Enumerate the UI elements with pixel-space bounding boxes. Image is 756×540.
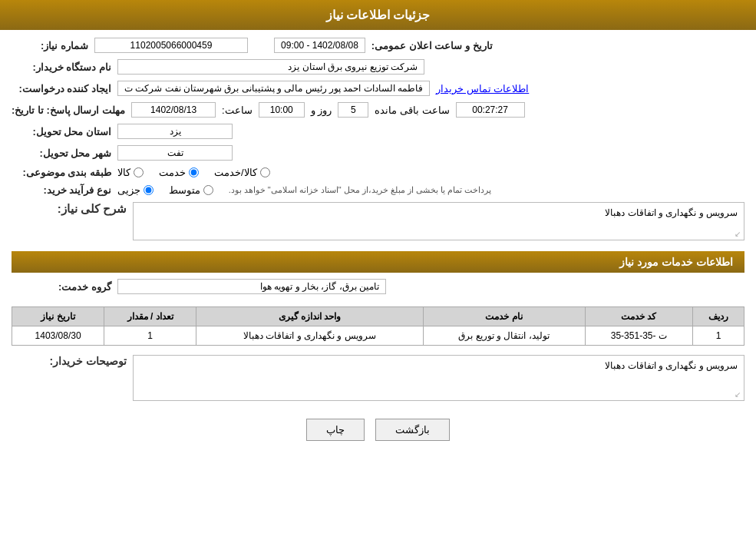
row-description: سرویس و نگهداری و اتفاقات دهبالا ↙ توصیح… <box>12 355 744 401</box>
cell-tarikh: 1403/08/30 <box>12 326 104 346</box>
ostan-label: استان محل تحویل: <box>12 126 111 137</box>
page-header: جزئیات اطلاعات نیاز <box>0 0 756 30</box>
back-button[interactable]: بازگشت <box>375 419 450 441</box>
services-table-header-row: ردیف کد خدمت نام خدمت واحد اندازه گیری ت… <box>12 307 744 326</box>
ijad-konande-value: فاطمه السادات احمد پور رئیس مالی و پشتیب… <box>117 81 430 96</box>
button-area: بازگشت چاپ <box>12 419 744 441</box>
shahr-value: تفت <box>117 145 233 161</box>
tarikh-elan-label: تاریخ و ساعت اعلان عمومی: <box>371 40 493 51</box>
mohlat-saat-label: ساعت: <box>222 104 253 116</box>
row-ostan: یزد استان محل تحویل: <box>12 124 744 139</box>
radio-kala-khadamat-label: کالا/خدمت <box>214 167 257 178</box>
ijad-konande-link[interactable]: اطلاعات تماس خریدار <box>436 83 529 94</box>
tabaqe-radio-group: کالا/خدمت خدمت کالا <box>117 167 270 178</box>
cell-vahed: سرویس و نگهداری و اتفاقات دهبالا <box>196 326 424 346</box>
radio-jozii-label: جزیی <box>117 184 140 196</box>
mohlat-baqi-value: 00:27:27 <box>456 102 525 118</box>
col-radif: ردیف <box>693 307 744 326</box>
sharh-koli-label: شرح کلی نیاز: <box>12 202 127 216</box>
col-tarikh: تاریخ نیاز <box>12 307 104 326</box>
cell-nam: تولید، انتقال و توریع برق <box>423 326 585 346</box>
khadamat-info-header: اطلاعات خدمات مورد نیاز <box>12 251 744 273</box>
tarikh-elan-value: 1402/08/08 - 09:00 <box>274 38 365 53</box>
radio-kala-khadamat-input[interactable] <box>260 167 270 177</box>
grohe-khadamat-label: گروه خدمت: <box>12 281 111 293</box>
row-mohlat: 00:27:27 ساعت باقی مانده 5 روز و 10:00 س… <box>12 102 744 118</box>
ostan-value: یزد <box>117 124 233 139</box>
radio-kala-input[interactable] <box>134 167 144 177</box>
page-wrapper: جزئیات اطلاعات نیاز تاریخ و ساعت اعلان ع… <box>0 0 756 540</box>
table-row: 1 ت -35-351-35 تولید، انتقال و توریع برق… <box>12 326 744 346</box>
radio-khadamat-label: خدمت <box>159 167 186 178</box>
col-kod: کد خدمت <box>585 307 692 326</box>
cell-kod: ت -35-351-35 <box>585 326 692 346</box>
services-table-body: 1 ت -35-351-35 تولید، انتقال و توریع برق… <box>12 326 744 346</box>
radio-motovaset-input[interactable] <box>203 185 213 195</box>
print-button[interactable]: چاپ <box>306 419 365 441</box>
shomara-niaz-value: 1102005066000459 <box>94 38 248 53</box>
radio-motovaset: متوسط <box>169 184 213 196</box>
sharh-koli-value: سرویس و نگهداری و اتفاقات دهبالا <box>605 207 738 218</box>
services-table-head: ردیف کد خدمت نام خدمت واحد اندازه گیری ت… <box>12 307 744 326</box>
mohlat-rooz-label: روز و <box>311 104 332 116</box>
shomara-niaz-label: شماره نیاز: <box>12 40 88 51</box>
col-nam: نام خدمت <box>423 307 585 326</box>
nam-dastgah-label: نام دستگاه خریدار: <box>12 61 111 73</box>
description-value: سرویس و نگهداری و اتفاقات دهبالا <box>605 360 738 371</box>
radio-khadamat-input[interactable] <box>189 167 199 177</box>
col-tedad: تعداد / مقدار <box>104 307 196 326</box>
services-table: ردیف کد خدمت نام خدمت واحد اندازه گیری ت… <box>12 306 744 346</box>
grohe-khadamat-value: تامین برق، گاز، بخار و تهویه هوا <box>117 279 386 294</box>
radio-motovaset-label: متوسط <box>169 184 200 196</box>
cell-radif: 1 <box>693 326 744 346</box>
row-ijad-konande: اطلاعات تماس خریدار فاطمه السادات احمد پ… <box>12 81 744 96</box>
nam-dastgah-value: شرکت توزیع نیروی برق استان یزد <box>117 59 424 75</box>
noe-desc: پرداخت تمام یا بخشی از مبلغ خرید،از محل … <box>229 185 492 195</box>
row-nam-dastgah: شرکت توزیع نیروی برق استان یزد نام دستگا… <box>12 59 744 75</box>
khadamat-info-label: اطلاعات خدمات مورد نیاز <box>619 256 733 268</box>
cell-tedad: 1 <box>104 326 196 346</box>
noe-farayand-label: نوع فرآیند خرید: <box>12 184 111 196</box>
mohlat-date: 1402/08/13 <box>131 102 216 118</box>
tabaqe-label: طبقه بندی موضوعی: <box>12 167 111 178</box>
mohlat-saat-value: 10:00 <box>259 102 305 118</box>
radio-jozii: جزیی <box>117 184 154 196</box>
radio-khadamat: خدمت <box>159 167 199 178</box>
ijad-konande-label: ایجاد کننده درخواست: <box>12 83 111 94</box>
row-shomara-tarikh: تاریخ و ساعت اعلان عمومی: 1402/08/08 - 0… <box>12 38 744 53</box>
mohlat-ersal-label: مهلت ارسال پاسخ: تا تاریخ: <box>12 104 125 116</box>
col-vahed: واحد اندازه گیری <box>196 307 424 326</box>
radio-jozii-input[interactable] <box>144 185 154 195</box>
row-shahr: تفت شهر محل تحویل: <box>12 145 744 161</box>
main-layout: تاریخ و ساعت اعلان عمومی: 1402/08/08 - 0… <box>0 30 756 460</box>
row-tabaqe: کالا/خدمت خدمت کالا طبقه بندی موضوعی: <box>12 167 744 178</box>
radio-kala-khadamat: کالا/خدمت <box>214 167 270 178</box>
row-sharh-koli: سرویس و نگهداری و اتفاقات دهبالا ↙ شرح ک… <box>12 202 744 240</box>
radio-kala-label: کالا <box>117 167 130 178</box>
radio-kala: کالا <box>117 167 144 178</box>
row-noe-farayand: پرداخت تمام یا بخشی از مبلغ خرید،از محل … <box>12 184 744 196</box>
description-label: توصیحات خریدار: <box>12 355 127 367</box>
mohlat-baqi-label: ساعت باقی مانده <box>375 104 449 116</box>
row-grohe-khadamat: تامین برق، گاز، بخار و تهویه هوا گروه خد… <box>12 279 744 294</box>
mohlat-rooz-value: 5 <box>338 102 368 118</box>
noe-radio-group: متوسط جزیی <box>117 184 213 196</box>
page-title: جزئیات اطلاعات نیاز <box>326 8 431 22</box>
shahr-label: شهر محل تحویل: <box>12 147 111 159</box>
